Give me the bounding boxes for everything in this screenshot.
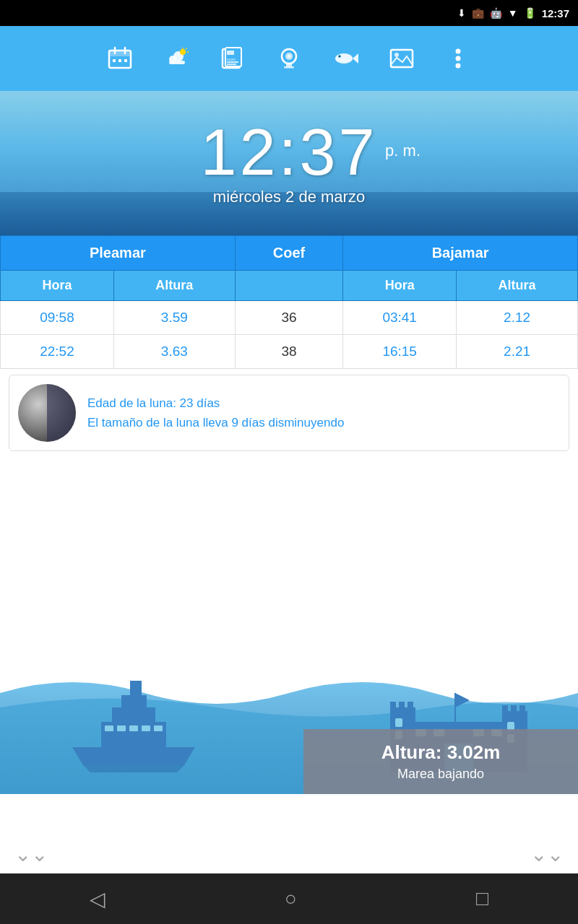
svg-rect-48 xyxy=(407,702,413,710)
back-button[interactable]: ◁ xyxy=(90,887,105,911)
svg-rect-41 xyxy=(142,725,150,731)
pleamar-hora-header: Hora xyxy=(1,271,114,301)
row2-coef: 38 xyxy=(235,335,342,369)
moon-size: El tamaño de la luna lleva 9 días dismin… xyxy=(87,413,344,432)
ship-icon xyxy=(58,668,210,772)
svg-point-31 xyxy=(456,49,461,54)
row1-bajamar-altura: 2.12 xyxy=(457,301,578,335)
tide-table: Pleamar Coef Bajamar Hora Altura Hora Al… xyxy=(0,235,578,369)
row1-bajamar-hora: 03:41 xyxy=(343,301,457,335)
calendar-icon[interactable] xyxy=(103,41,137,76)
row1-pleamar-altura: 3.59 xyxy=(113,301,235,335)
status-bar: ⬇ 💼 🤖 ▼ 🔋 12:37 xyxy=(0,0,578,26)
svg-rect-51 xyxy=(519,705,525,714)
bajamar-hora-header: Hora xyxy=(343,271,457,301)
row2-pleamar-altura: 3.63 xyxy=(113,335,235,369)
briefcase-icon: 💼 xyxy=(472,7,484,19)
home-button[interactable]: ○ xyxy=(285,887,297,910)
table-header-row: Pleamar Coef Bajamar xyxy=(1,236,578,271)
table-row: 22:52 3.63 38 16:15 2.21 xyxy=(1,335,578,369)
height-indicator: Altura: 3.02m Marea bajando xyxy=(303,729,578,794)
news-icon[interactable]: NEWS xyxy=(215,41,250,76)
svg-rect-15 xyxy=(225,48,241,66)
svg-rect-60 xyxy=(395,718,402,727)
android-icon: 🤖 xyxy=(490,7,502,19)
svg-point-28 xyxy=(339,56,340,57)
svg-point-32 xyxy=(456,56,461,61)
svg-rect-49 xyxy=(502,705,508,714)
recents-button[interactable]: □ xyxy=(476,887,488,910)
table-subheader-row: Hora Altura Hora Altura xyxy=(1,271,578,301)
status-time: 12:37 xyxy=(542,7,569,19)
svg-rect-50 xyxy=(511,705,517,714)
row2-bajamar-altura: 2.21 xyxy=(457,335,578,369)
bajamar-header: Bajamar xyxy=(343,236,578,271)
svg-rect-24 xyxy=(284,66,294,69)
right-arrow-icon[interactable]: ⌄⌄ xyxy=(530,842,564,866)
row2-bajamar-hora: 16:15 xyxy=(343,335,457,369)
weather-icon[interactable] xyxy=(159,41,194,76)
svg-rect-39 xyxy=(117,725,126,731)
height-value: Altura: 3.02m xyxy=(381,741,501,764)
bottom-nav: ◁ ○ □ xyxy=(0,873,578,924)
svg-marker-26 xyxy=(353,53,358,64)
svg-rect-4 xyxy=(113,59,116,62)
svg-rect-47 xyxy=(399,702,405,710)
moon-image xyxy=(18,384,76,442)
download-icon: ⬇ xyxy=(457,7,466,19)
left-arrow-icon[interactable]: ⌄⌄ xyxy=(14,842,48,866)
webcam-icon[interactable] xyxy=(272,41,306,76)
svg-marker-53 xyxy=(455,693,470,707)
svg-text:NEWS: NEWS xyxy=(227,58,236,61)
more-menu-icon[interactable] xyxy=(441,41,475,76)
clock-display: 12:37 xyxy=(200,120,377,185)
svg-line-12 xyxy=(186,48,186,49)
coef-header: Coef xyxy=(235,236,342,271)
svg-rect-5 xyxy=(118,59,121,62)
wifi-icon: ▼ xyxy=(508,7,518,19)
svg-rect-46 xyxy=(390,702,396,710)
row1-coef: 36 xyxy=(235,301,342,335)
svg-rect-16 xyxy=(227,51,234,55)
table-row: 09:58 3.59 36 03:41 2.12 xyxy=(1,301,578,335)
svg-rect-23 xyxy=(286,64,292,66)
coef-sub xyxy=(235,271,342,301)
svg-rect-38 xyxy=(105,725,113,731)
nav-bar: NEWS xyxy=(0,26,578,91)
svg-rect-6 xyxy=(124,59,127,62)
svg-point-30 xyxy=(394,53,399,57)
svg-point-25 xyxy=(335,53,353,64)
svg-rect-40 xyxy=(129,725,138,731)
pleamar-altura-header: Altura xyxy=(113,271,235,301)
row1-pleamar-hora: 09:58 xyxy=(1,301,114,335)
row2-pleamar-hora: 22:52 xyxy=(1,335,114,369)
moon-age: Edad de la luna: 23 días xyxy=(87,393,344,413)
svg-rect-9 xyxy=(169,61,185,64)
svg-rect-36 xyxy=(121,695,147,710)
battery-icon: 🔋 xyxy=(524,7,536,19)
svg-point-10 xyxy=(180,49,186,55)
svg-point-33 xyxy=(456,64,461,69)
visualization-area: Altura: 3.02m Marea bajando ⌄⌄ ⌄⌄ xyxy=(0,457,578,873)
svg-rect-37 xyxy=(130,681,142,697)
hero-section: 12:37 p. m. miércoles 2 de marzo xyxy=(0,91,578,235)
fish-icon[interactable] xyxy=(328,41,363,76)
bajamar-altura-header: Altura xyxy=(457,271,578,301)
moon-info-panel: Edad de la luna: 23 días El tamaño de la… xyxy=(9,375,569,451)
moon-text: Edad de la luna: 23 días El tamaño de la… xyxy=(87,393,344,432)
pleamar-header: Pleamar xyxy=(1,236,236,271)
image-icon[interactable] xyxy=(384,41,419,76)
bottom-arrows: ⌄⌄ ⌄⌄ xyxy=(0,842,578,866)
height-status: Marea bajando xyxy=(397,767,484,782)
svg-rect-42 xyxy=(154,725,163,731)
svg-rect-1 xyxy=(109,51,131,56)
clock-ampm: p. m. xyxy=(385,141,420,160)
svg-point-22 xyxy=(288,55,290,58)
date-display: miércoles 2 de marzo xyxy=(213,188,365,206)
svg-rect-29 xyxy=(391,50,413,67)
svg-rect-35 xyxy=(112,707,155,725)
